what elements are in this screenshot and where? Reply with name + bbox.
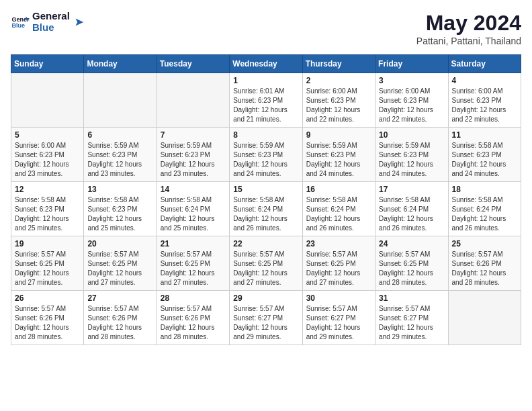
svg-text:Blue: Blue bbox=[11, 22, 25, 29]
month-year-title: May 2024 bbox=[416, 11, 521, 36]
day-number: 17 bbox=[379, 185, 444, 194]
day-number: 27 bbox=[87, 293, 152, 303]
day-number: 23 bbox=[306, 239, 371, 248]
day-info: Sunrise: 5:57 AM Sunset: 6:26 PM Dayligh… bbox=[87, 304, 152, 342]
calendar-cell: 3Sunrise: 6:00 AM Sunset: 6:23 PM Daylig… bbox=[375, 73, 448, 128]
calendar-cell: 10Sunrise: 5:59 AM Sunset: 6:23 PM Dayli… bbox=[375, 128, 448, 182]
day-number: 15 bbox=[233, 185, 298, 194]
day-number: 10 bbox=[379, 130, 444, 140]
weekday-header-sunday: Sunday bbox=[11, 55, 84, 73]
day-info: Sunrise: 5:57 AM Sunset: 6:25 PM Dayligh… bbox=[306, 250, 371, 287]
day-info: Sunrise: 5:57 AM Sunset: 6:27 PM Dayligh… bbox=[379, 304, 444, 342]
day-info: Sunrise: 5:58 AM Sunset: 6:23 PM Dayligh… bbox=[15, 195, 80, 233]
calendar-cell: 29Sunrise: 5:57 AM Sunset: 6:27 PM Dayli… bbox=[230, 291, 302, 345]
calendar-cell: 15Sunrise: 5:58 AM Sunset: 6:24 PM Dayli… bbox=[230, 182, 302, 236]
logo-general: General bbox=[32, 11, 70, 22]
day-number: 9 bbox=[306, 130, 371, 140]
calendar-cell: 5Sunrise: 6:00 AM Sunset: 6:23 PM Daylig… bbox=[11, 128, 84, 182]
calendar-week-row: 5Sunrise: 6:00 AM Sunset: 6:23 PM Daylig… bbox=[11, 128, 521, 182]
day-number: 6 bbox=[87, 130, 152, 140]
day-info: Sunrise: 5:59 AM Sunset: 6:23 PM Dayligh… bbox=[87, 141, 152, 179]
day-info: Sunrise: 5:59 AM Sunset: 6:23 PM Dayligh… bbox=[379, 141, 444, 179]
calendar-cell: 8Sunrise: 5:59 AM Sunset: 6:23 PM Daylig… bbox=[230, 128, 302, 182]
calendar-week-row: 12Sunrise: 5:58 AM Sunset: 6:23 PM Dayli… bbox=[11, 182, 521, 236]
day-number: 12 bbox=[15, 185, 80, 194]
weekday-header-tuesday: Tuesday bbox=[157, 55, 229, 73]
calendar-header-row: SundayMondayTuesdayWednesdayThursdayFrid… bbox=[11, 55, 521, 73]
location-subtitle: Pattani, Pattani, Thailand bbox=[416, 36, 521, 46]
day-info: Sunrise: 5:59 AM Sunset: 6:23 PM Dayligh… bbox=[161, 141, 226, 179]
calendar-cell bbox=[11, 73, 84, 128]
day-info: Sunrise: 5:58 AM Sunset: 6:24 PM Dayligh… bbox=[233, 195, 298, 233]
calendar-cell: 9Sunrise: 5:59 AM Sunset: 6:23 PM Daylig… bbox=[302, 128, 375, 182]
day-info: Sunrise: 5:57 AM Sunset: 6:27 PM Dayligh… bbox=[306, 304, 371, 342]
day-number: 31 bbox=[379, 293, 444, 303]
day-number: 20 bbox=[87, 239, 152, 248]
day-number: 13 bbox=[87, 185, 152, 194]
calendar-cell: 30Sunrise: 5:57 AM Sunset: 6:27 PM Dayli… bbox=[302, 291, 375, 345]
logo: General Blue General Blue bbox=[11, 11, 85, 33]
day-number: 24 bbox=[379, 239, 444, 248]
day-info: Sunrise: 6:00 AM Sunset: 6:23 PM Dayligh… bbox=[379, 87, 444, 124]
calendar-week-row: 1Sunrise: 6:01 AM Sunset: 6:23 PM Daylig… bbox=[11, 73, 521, 128]
day-number: 22 bbox=[233, 239, 298, 248]
calendar-cell: 4Sunrise: 6:00 AM Sunset: 6:23 PM Daylig… bbox=[448, 73, 521, 128]
day-number: 14 bbox=[161, 185, 226, 194]
day-info: Sunrise: 5:57 AM Sunset: 6:25 PM Dayligh… bbox=[161, 250, 226, 287]
day-info: Sunrise: 5:57 AM Sunset: 6:25 PM Dayligh… bbox=[87, 250, 152, 287]
day-info: Sunrise: 5:57 AM Sunset: 6:26 PM Dayligh… bbox=[452, 250, 517, 287]
calendar-cell: 14Sunrise: 5:58 AM Sunset: 6:24 PM Dayli… bbox=[157, 182, 229, 236]
day-info: Sunrise: 5:59 AM Sunset: 6:23 PM Dayligh… bbox=[306, 141, 371, 179]
svg-marker-3 bbox=[75, 18, 83, 26]
weekday-header-monday: Monday bbox=[84, 55, 157, 73]
day-info: Sunrise: 5:59 AM Sunset: 6:23 PM Dayligh… bbox=[233, 141, 298, 179]
calendar-cell: 28Sunrise: 5:57 AM Sunset: 6:26 PM Dayli… bbox=[157, 291, 229, 345]
day-info: Sunrise: 5:57 AM Sunset: 6:27 PM Dayligh… bbox=[233, 304, 298, 342]
day-number: 30 bbox=[306, 293, 371, 303]
day-number: 1 bbox=[233, 76, 298, 85]
weekday-header-thursday: Thursday bbox=[302, 55, 375, 73]
day-number: 26 bbox=[15, 293, 80, 303]
day-info: Sunrise: 5:57 AM Sunset: 6:25 PM Dayligh… bbox=[379, 250, 444, 287]
day-number: 8 bbox=[233, 130, 298, 140]
calendar-cell: 13Sunrise: 5:58 AM Sunset: 6:23 PM Dayli… bbox=[84, 182, 157, 236]
day-info: Sunrise: 6:00 AM Sunset: 6:23 PM Dayligh… bbox=[452, 87, 517, 124]
calendar-cell: 27Sunrise: 5:57 AM Sunset: 6:26 PM Dayli… bbox=[84, 291, 157, 345]
day-number: 21 bbox=[161, 239, 226, 248]
calendar-cell: 20Sunrise: 5:57 AM Sunset: 6:25 PM Dayli… bbox=[84, 236, 157, 291]
day-number: 16 bbox=[306, 185, 371, 194]
day-number: 28 bbox=[161, 293, 226, 303]
day-number: 18 bbox=[452, 185, 517, 194]
day-number: 11 bbox=[452, 130, 517, 140]
day-info: Sunrise: 5:58 AM Sunset: 6:24 PM Dayligh… bbox=[161, 195, 226, 233]
calendar-cell: 12Sunrise: 5:58 AM Sunset: 6:23 PM Dayli… bbox=[11, 182, 84, 236]
logo-blue: Blue bbox=[32, 22, 70, 34]
calendar-cell: 23Sunrise: 5:57 AM Sunset: 6:25 PM Dayli… bbox=[302, 236, 375, 291]
weekday-header-friday: Friday bbox=[375, 55, 448, 73]
day-info: Sunrise: 6:00 AM Sunset: 6:23 PM Dayligh… bbox=[306, 87, 371, 124]
day-number: 5 bbox=[15, 130, 80, 140]
calendar-cell bbox=[84, 73, 157, 128]
calendar-cell: 24Sunrise: 5:57 AM Sunset: 6:25 PM Dayli… bbox=[375, 236, 448, 291]
calendar-cell: 11Sunrise: 5:58 AM Sunset: 6:23 PM Dayli… bbox=[448, 128, 521, 182]
day-info: Sunrise: 5:58 AM Sunset: 6:23 PM Dayligh… bbox=[452, 141, 517, 179]
calendar-week-row: 26Sunrise: 5:57 AM Sunset: 6:26 PM Dayli… bbox=[11, 291, 521, 345]
day-number: 25 bbox=[452, 239, 517, 248]
calendar-cell: 7Sunrise: 5:59 AM Sunset: 6:23 PM Daylig… bbox=[157, 128, 229, 182]
calendar-cell: 1Sunrise: 6:01 AM Sunset: 6:23 PM Daylig… bbox=[230, 73, 302, 128]
day-number: 29 bbox=[233, 293, 298, 303]
logo-icon: General Blue bbox=[11, 13, 30, 32]
calendar-cell: 21Sunrise: 5:57 AM Sunset: 6:25 PM Dayli… bbox=[157, 236, 229, 291]
calendar-cell: 16Sunrise: 5:58 AM Sunset: 6:24 PM Dayli… bbox=[302, 182, 375, 236]
calendar-table: SundayMondayTuesdayWednesdayThursdayFrid… bbox=[11, 54, 521, 345]
page-header: General Blue General Blue May 2024 Patta… bbox=[11, 11, 521, 46]
day-number: 4 bbox=[452, 76, 517, 85]
day-info: Sunrise: 5:57 AM Sunset: 6:25 PM Dayligh… bbox=[233, 250, 298, 287]
calendar-cell: 22Sunrise: 5:57 AM Sunset: 6:25 PM Dayli… bbox=[230, 236, 302, 291]
weekday-header-saturday: Saturday bbox=[448, 55, 521, 73]
day-info: Sunrise: 6:01 AM Sunset: 6:23 PM Dayligh… bbox=[233, 87, 298, 124]
day-info: Sunrise: 5:57 AM Sunset: 6:26 PM Dayligh… bbox=[161, 304, 226, 342]
day-info: Sunrise: 5:57 AM Sunset: 6:25 PM Dayligh… bbox=[15, 250, 80, 287]
day-info: Sunrise: 5:58 AM Sunset: 6:23 PM Dayligh… bbox=[87, 195, 152, 233]
day-number: 7 bbox=[161, 130, 226, 140]
